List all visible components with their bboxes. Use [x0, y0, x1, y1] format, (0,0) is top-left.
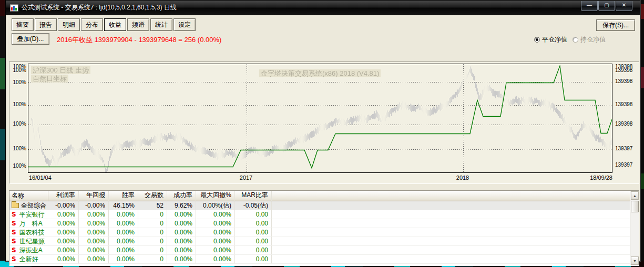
metric-value: 0.00% [109, 228, 138, 237]
axis-label: 100% [13, 80, 26, 85]
col-trades[interactable]: 交易数 [138, 191, 167, 201]
chart-title-watermark: 沪深300 日线 走势 [31, 66, 90, 74]
col-profit[interactable]: 利润率 [48, 191, 79, 201]
stock-flag-icon: S [12, 247, 16, 254]
results-table-body: 全部综合-0.00%-0.00%46.15%529.62%0.00%(估)-0.… [9, 201, 639, 264]
table-row[interactable]: 全部综合-0.00%-0.00%46.15%529.62%0.00%(估)-0.… [9, 201, 639, 210]
metric-value: 0.00% [167, 228, 196, 237]
returns-chart-panel: 100%100%100%100%100%100%100% 沪深300 日线 走势… [9, 61, 639, 184]
col-name[interactable]: 名称 [9, 191, 48, 201]
metric-value: 0.00 [235, 255, 272, 263]
title-bar[interactable]: 公式测试系统 - 交易系统7 : ljd(10,5,0.2,1,60,1.5,3… [6, 1, 640, 15]
radio-close-netvalue-label: 平仓净值 [542, 35, 567, 44]
table-row[interactable]: S万 科A0.00%0.00%0.00%00.00%0.00%0.00 [9, 219, 639, 228]
col-success[interactable]: 成功率 [167, 191, 196, 201]
table-header[interactable]: 名称 利润率 年回报 胜率 交易数 成功率 最大回撤% MAR比率 [9, 191, 639, 201]
background-right-strip [640, 0, 644, 267]
stock-flag-icon: S [12, 255, 16, 263]
metric-value: 0.00% [167, 237, 196, 245]
metric-value: 0.00% [109, 210, 138, 219]
metric-value: 0.00% [109, 219, 138, 228]
overlay-button[interactable]: 叠加(D)... [12, 33, 49, 45]
axis-label: 100% [13, 163, 26, 169]
radio-dot-icon [534, 37, 540, 43]
window-title: 公式测试系统 - 交易系统7 : ljd(10,5,0.2,1,60,1.5,3… [22, 3, 177, 12]
folder-icon [12, 203, 19, 208]
scroll-down-icon[interactable]: ▼ [631, 256, 639, 265]
axis-label: 139397 [615, 162, 632, 168]
table-row[interactable]: S国农科技0.00%0.00%0.00%00.00%0.00%0.00 [9, 228, 639, 237]
save-button[interactable]: 保存(S)... [596, 19, 635, 31]
metric-value: 0.00% [167, 210, 196, 219]
close-button[interactable]: ✕ [616, 1, 632, 11]
right-axis: 1393981393981393981393981393981393971393… [614, 64, 639, 173]
results-table: 名称 利润率 年回报 胜率 交易数 成功率 最大回撤% MAR比率 全部综合-0… [9, 190, 639, 266]
col-winrate[interactable]: 胜率 [109, 191, 138, 201]
instrument-name: 万 科A [19, 219, 43, 228]
metric-value: 0.00% [196, 219, 235, 228]
stock-flag-icon: S [12, 211, 16, 218]
radio-position-netvalue[interactable]: 持仓净值 [573, 35, 606, 44]
radio-position-netvalue-label: 持仓净值 [580, 35, 606, 44]
metric-value: 0.00% [196, 255, 235, 263]
metric-value: 0.00 [235, 237, 272, 245]
tab-summary[interactable]: 摘要 [12, 18, 34, 31]
tab-bar: 摘要 报告 明细 分布 收益 频谱 统计 设定 [12, 18, 197, 31]
col-mar[interactable]: MAR比率 [235, 191, 272, 201]
maximize-button[interactable]: ▢ [598, 1, 615, 11]
metric-value: 0.00% [109, 246, 138, 254]
radio-close-netvalue[interactable]: 平仓净值 [534, 35, 567, 44]
stock-flag-icon: S [12, 220, 16, 227]
metric-value: 0 [138, 237, 167, 245]
metric-value: 0.00% [196, 228, 235, 237]
instrument-name: 世纪星源 [19, 237, 45, 245]
scroll-thumb[interactable] [631, 201, 639, 212]
netvalue-radio-group: 平仓净值 持仓净值 [534, 35, 611, 44]
metric-value: 0.00% [167, 219, 196, 228]
stock-flag-icon: S [12, 238, 16, 245]
row-filler [272, 246, 639, 254]
table-row[interactable]: S平安银行0.00%0.00%0.00%00.00%0.00%0.00 [9, 210, 639, 219]
table-row[interactable]: S世纪星源0.00%0.00%0.00%00.00%0.00%0.00 [9, 237, 639, 246]
metric-value: 0 [138, 210, 167, 219]
tab-detail[interactable]: 明细 [58, 18, 80, 31]
metric-value: 0.00% [196, 237, 235, 245]
metric-value: 52 [138, 201, 167, 210]
scroll-up-icon[interactable]: ▲ [631, 191, 639, 200]
metric-value: -0.00% [48, 201, 79, 210]
left-axis: 100%100%100%100%100%100%100% [9, 64, 26, 173]
metric-value: 0 [138, 255, 167, 263]
vendor-watermark: 金字塔决策交易系统(x86) 2018 (V4.81) [259, 69, 381, 77]
x-axis-label: 2017 [240, 174, 252, 181]
tab-returns[interactable]: 收益 [104, 18, 126, 31]
tab-report[interactable]: 报告 [35, 18, 57, 31]
metric-value: 0.00% [48, 210, 79, 219]
tab-settings[interactable]: 设定 [173, 18, 196, 31]
tab-statistics[interactable]: 统计 [150, 18, 172, 31]
metric-value: 0.00 [235, 219, 272, 228]
plot-area: 沪深300 日线 走势 自然日坐标 金字塔决策交易系统(x86) 2018 (V… [28, 64, 612, 173]
instrument-name: 全新好 [19, 255, 38, 263]
table-scrollbar[interactable]: ▲ ▼ [630, 191, 639, 265]
axis-label: 100% [13, 102, 26, 107]
metric-value: 0.00% [79, 237, 109, 245]
x-axis-label: 18/09/28 [590, 174, 612, 181]
metric-value: 0.00% [79, 255, 109, 263]
metric-value: 0.00% [167, 255, 196, 263]
row-filler [272, 228, 639, 237]
app-window: 公式测试系统 - 交易系统7 : ljd(10,5,0.2,1,60,1.5,3… [5, 0, 640, 261]
metric-value: 0 [138, 219, 167, 228]
col-maxdd[interactable]: 最大回撤% [196, 191, 235, 201]
instrument-name: 全部综合 [21, 201, 46, 210]
tab-distribution[interactable]: 分布 [81, 18, 103, 31]
table-row[interactable]: S深振业A0.00%0.00%0.00%00.00%0.00%0.00 [9, 246, 639, 255]
axis-label: 100% [13, 68, 26, 73]
row-filler [272, 255, 639, 263]
table-row[interactable]: S全新好0.00%0.00%0.00%00.00%0.00%0.00 [9, 255, 639, 264]
metric-value: 0.00% [48, 246, 79, 254]
x-axis: 16/01/042017201818/09/28 [28, 174, 612, 183]
metric-value: 0.00% [167, 246, 196, 254]
tab-spectrum[interactable]: 频谱 [127, 18, 149, 31]
col-annual[interactable]: 年回报 [79, 191, 109, 201]
minimize-button[interactable]: — [581, 1, 598, 11]
